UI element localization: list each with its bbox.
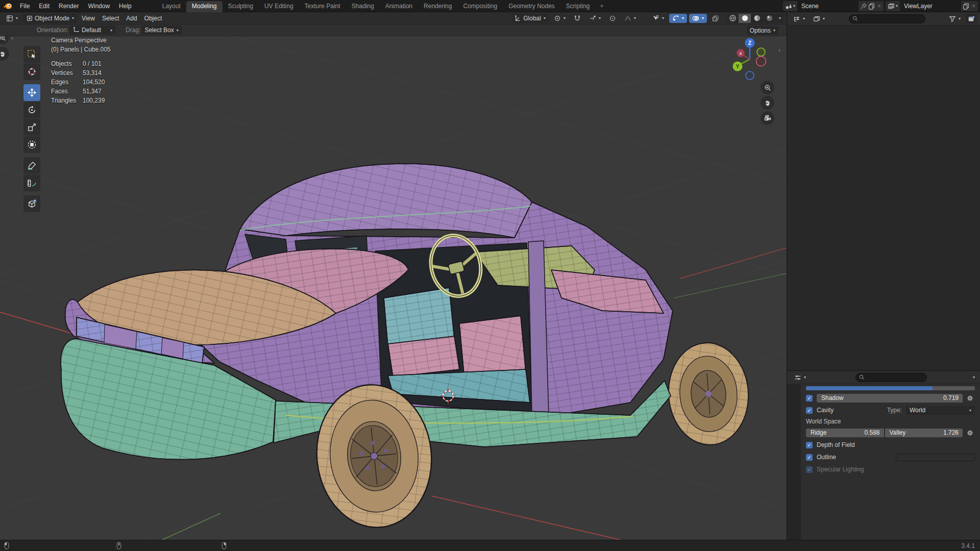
- shading-wireframe-button[interactable]: [726, 14, 739, 23]
- gear-icon[interactable]: [965, 395, 975, 402]
- outline-color-swatch[interactable]: [896, 454, 975, 461]
- chevron-down-icon: ▾: [16, 16, 18, 20]
- viewport-menu-view[interactable]: View: [78, 15, 99, 22]
- workspace-tab-sculpting[interactable]: Sculpting: [223, 1, 259, 12]
- viewport-3d[interactable]: ▾ Object Mode ▾ ViewSelectAddObject Glob…: [0, 12, 787, 540]
- topbar: FileEditRenderWindowHelp LayoutModelingS…: [0, 0, 980, 12]
- outline-label: Outline: [817, 454, 836, 461]
- tool-move-button[interactable]: [23, 84, 40, 101]
- menu-file[interactable]: File: [15, 0, 34, 12]
- proportional-editing-toggle[interactable]: [606, 14, 619, 23]
- proportional-falloff-selector[interactable]: ▾: [621, 14, 639, 23]
- pan-viewport-button[interactable]: [761, 96, 774, 110]
- dof-checkbox[interactable]: ✓: [806, 442, 813, 448]
- snap-toggle[interactable]: [571, 14, 584, 23]
- outline-checkbox[interactable]: ✓: [806, 454, 813, 461]
- scene-browse-button[interactable]: ▾: [783, 1, 797, 11]
- viewport-menu-select[interactable]: Select: [99, 15, 122, 22]
- outliner-search-input[interactable]: [849, 14, 925, 23]
- transform-orientation-selector[interactable]: Global ▾: [511, 14, 549, 23]
- blender-logo-icon[interactable]: [0, 3, 15, 10]
- gizmos-toggle[interactable]: ▾: [669, 14, 687, 23]
- ridge-slider[interactable]: Ridge 0.588: [806, 429, 884, 437]
- zoom-viewport-button[interactable]: [761, 81, 774, 94]
- tool-measure-button[interactable]: [23, 174, 40, 191]
- new-scene-icon[interactable]: [868, 3, 875, 10]
- viewport-menu-add[interactable]: Add: [122, 15, 140, 22]
- shadow-checkbox[interactable]: ✓: [806, 395, 813, 402]
- viewlayer-browse-button[interactable]: ▾: [886, 1, 900, 11]
- shading-material-button[interactable]: [751, 14, 763, 23]
- cavity-checkbox[interactable]: ✓: [806, 407, 813, 414]
- workspace-tab-uv-editing[interactable]: UV Editing: [259, 1, 299, 12]
- tool-add-cube-button[interactable]: [23, 195, 40, 212]
- chevron-down-icon: ▾: [793, 4, 795, 8]
- tool-annotate-button[interactable]: [23, 157, 40, 174]
- remove-viewlayer-button[interactable]: ×: [971, 3, 976, 10]
- viewlayer-icon: [888, 3, 895, 10]
- shadow-slider[interactable]: Shadow 0.719: [817, 394, 963, 403]
- workspace-tab-modeling[interactable]: Modeling: [186, 1, 223, 12]
- clipped-slider[interactable]: [806, 386, 975, 390]
- svg-text:Y: Y: [736, 64, 740, 69]
- pivot-point-selector[interactable]: ▾: [551, 14, 569, 23]
- valley-slider[interactable]: Valley 1.726: [885, 429, 963, 437]
- properties-editor-type-button[interactable]: ▾: [791, 373, 809, 382]
- camera-view-button[interactable]: [761, 111, 774, 125]
- menu-window[interactable]: Window: [83, 0, 114, 12]
- workspace-tab-rendering[interactable]: Rendering: [418, 1, 457, 12]
- overlays-toggle[interactable]: ▾: [689, 14, 707, 23]
- chevron-down-icon: ▾: [110, 28, 112, 33]
- workspace-tab-compositing[interactable]: Compositing: [457, 1, 503, 12]
- workspace-tab-scripting[interactable]: Scripting: [560, 1, 596, 12]
- menu-render[interactable]: Render: [54, 0, 83, 12]
- xray-toggle[interactable]: [709, 14, 722, 23]
- outliner-display-mode-button[interactable]: ▾: [810, 14, 828, 23]
- unlink-scene-button[interactable]: ×: [876, 3, 882, 10]
- workspace-tab-animation[interactable]: Animation: [380, 1, 418, 12]
- sidebar-collapse-chevron[interactable]: ‹: [778, 47, 780, 53]
- options-button[interactable]: Options ▾: [747, 26, 778, 35]
- editor-type-button[interactable]: ▾: [3, 14, 21, 23]
- menu-edit[interactable]: Edit: [34, 0, 54, 12]
- new-collection-button[interactable]: [966, 14, 977, 23]
- pin-icon[interactable]: [860, 3, 867, 10]
- workspace-tab-geometry-nodes[interactable]: Geometry Nodes: [503, 1, 560, 12]
- shading-dropdown[interactable]: ▾: [775, 14, 783, 23]
- viewport-3d-canvas[interactable]: [0, 12, 787, 540]
- tool-scale-button[interactable]: [23, 119, 40, 136]
- snap-target-selector[interactable]: ▾: [586, 14, 604, 23]
- tool-transform-button[interactable]: [23, 136, 40, 153]
- shading-solid-button[interactable]: [739, 14, 751, 23]
- scale-icon: [27, 122, 37, 132]
- right-mouse-icon: [222, 542, 227, 549]
- tool-rotate-button[interactable]: [23, 102, 40, 118]
- object-visibility-selector[interactable]: ▾: [649, 14, 667, 23]
- new-viewlayer-icon[interactable]: [963, 3, 970, 10]
- workspace-tab-shading[interactable]: Shading: [346, 1, 380, 12]
- properties-search-input[interactable]: [855, 373, 927, 382]
- mode-selector[interactable]: Object Mode ▾: [23, 14, 77, 23]
- scene-name[interactable]: Scene: [797, 1, 859, 11]
- stat-objects: Objects0 / 101: [51, 59, 111, 68]
- shading-rendered-button[interactable]: [763, 14, 775, 23]
- proportional-circle-icon: [609, 15, 616, 22]
- viewport-menu-object[interactable]: Object: [141, 15, 166, 22]
- viewlayer-name[interactable]: ViewLayer: [900, 1, 961, 11]
- navigation-gizmo[interactable]: Z X Y: [727, 37, 772, 82]
- specular-checkbox[interactable]: ✓: [806, 466, 813, 473]
- tool-cursor-button[interactable]: [23, 63, 40, 80]
- orientation-dropdown[interactable]: Default ▾: [69, 26, 115, 35]
- tool-select-box-button[interactable]: [23, 46, 40, 63]
- cavity-type-dropdown[interactable]: World ▾: [906, 406, 975, 415]
- outliner-filter-button[interactable]: ▾: [946, 14, 964, 23]
- workspace-tab-layout[interactable]: Layout: [157, 1, 186, 12]
- menu-help[interactable]: Help: [114, 0, 136, 12]
- gear-icon[interactable]: [965, 430, 975, 436]
- outliner-editor-type-button[interactable]: ▾: [790, 14, 808, 23]
- add-workspace-button[interactable]: +: [596, 0, 608, 12]
- workspace-tab-texture-paint[interactable]: Texture Paint: [299, 1, 346, 12]
- chevron-down-icon: ▾: [896, 4, 898, 8]
- drag-dropdown[interactable]: Select Box ▾: [141, 26, 181, 35]
- properties-options-chevron[interactable]: ▾: [973, 375, 975, 380]
